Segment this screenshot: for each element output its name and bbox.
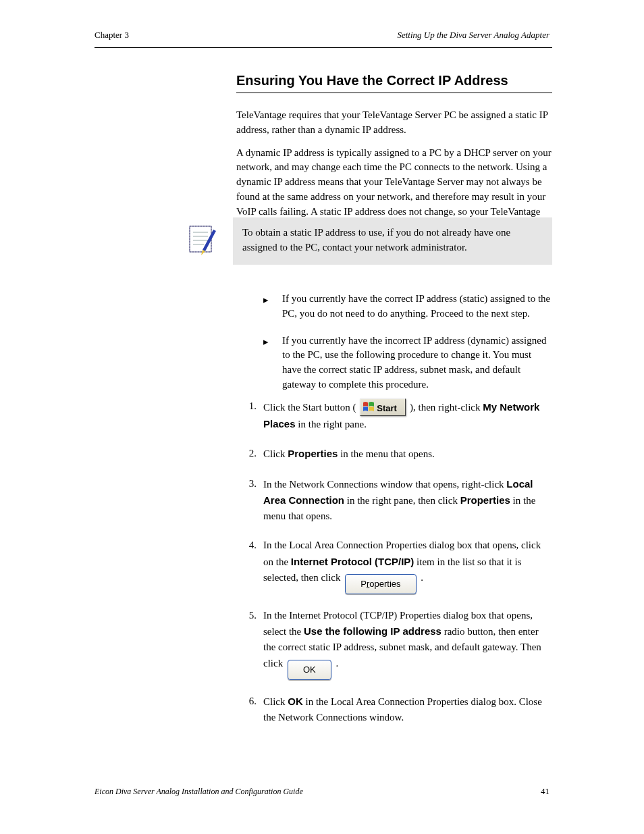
step-number: 4.: [236, 538, 257, 553]
step-text: in the menu that opens.: [340, 448, 435, 459]
start-button-label: Start: [377, 402, 397, 415]
note-icon: [188, 224, 217, 255]
header-rule: [95, 47, 552, 48]
section-title: Ensuring You Have the Correct IP Address: [236, 73, 552, 93]
step-bold: OK: [288, 696, 303, 707]
step-bold: Use the following IP address: [304, 625, 441, 637]
step-bold: Properties: [288, 448, 338, 459]
hand-item-1: If you currently have the correct IP add…: [263, 292, 552, 321]
step-text: in the Local Area Connection Properties …: [263, 696, 542, 723]
footer-doc-title: Eicon Diva Server Analog Installation an…: [95, 787, 303, 797]
step-2: 2. Click Properties in the menu that ope…: [236, 446, 552, 462]
step-text: Click: [263, 448, 288, 459]
step-3: 3. In the Network Connections window tha…: [236, 476, 552, 525]
step-5: 5. In the Internet Protocol (TCP/IP) Pro…: [236, 608, 552, 680]
intro-paragraph-1: TeleVantage requires that your TeleVanta…: [236, 108, 552, 138]
step-text: Click the Start button (: [263, 402, 356, 413]
hand-list: If you currently have the correct IP add…: [263, 292, 552, 405]
step-number: 5.: [236, 608, 257, 623]
step-text: in the right pane.: [298, 419, 367, 429]
step-number: 2.: [236, 446, 257, 461]
svg-rect-0: [190, 226, 211, 252]
step-number: 6.: [236, 694, 257, 709]
footer-page-number: 41: [541, 786, 549, 797]
step-1: 1. Click the Start button ( Start ), the…: [236, 398, 552, 432]
hand-item-2: If you currently have the incorrect IP a…: [263, 334, 552, 392]
step-text: .: [421, 572, 423, 583]
step-bold: Internet Protocol (TCP/IP): [291, 556, 414, 567]
step-text: in the right pane, then click: [347, 495, 460, 506]
step-4: 4. In the Local Area Connection Properti…: [236, 538, 552, 594]
header-title-right: Setting Up the Diva Server Analog Adapte…: [397, 30, 549, 41]
ok-button[interactable]: OK: [288, 660, 331, 680]
properties-button-hotkey: r: [367, 579, 369, 589]
windows-logo-icon: [363, 401, 375, 413]
step-6: 6. Click OK in the Local Area Connection…: [236, 694, 552, 726]
header-chapter: Chapter 3: [95, 30, 129, 41]
note-text: To obtain a static IP address to use, if…: [242, 227, 510, 253]
page: { "header": { "chapter": "Chapter 3", "t…: [0, 0, 644, 834]
note-box: To obtain a static IP address to use, if…: [233, 217, 552, 265]
start-button[interactable]: Start: [360, 398, 406, 416]
step-number: 3.: [236, 476, 257, 492]
step-text: In the Network Connections window that o…: [263, 479, 506, 490]
properties-button[interactable]: Properties: [345, 574, 416, 594]
step-text: Click: [263, 696, 288, 707]
step-text: ), then right-click: [410, 402, 483, 413]
step-bold: Properties: [460, 494, 510, 506]
steps-list: 1. Click the Start button ( Start ), the…: [236, 398, 552, 739]
step-number: 1.: [236, 398, 257, 414]
step-text: .: [336, 658, 338, 669]
